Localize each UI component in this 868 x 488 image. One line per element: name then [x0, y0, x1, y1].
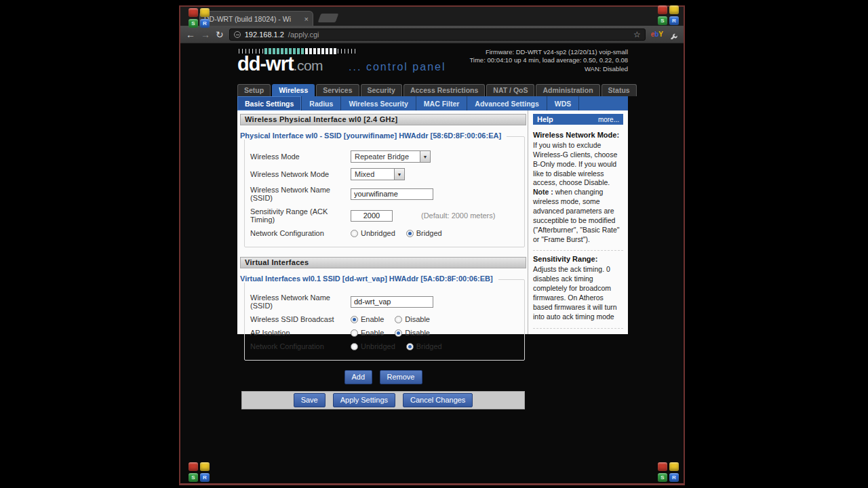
ebay-extension-icon[interactable]: ebY — [651, 30, 663, 38]
watermark-blue-square: R — [669, 16, 679, 25]
network-mode-select[interactable]: Mixed ▼ — [351, 168, 405, 180]
wireless-mode-label: Wireless Mode — [250, 152, 351, 161]
watermark-red-square — [658, 462, 667, 471]
isolation-disable-radio[interactable] — [395, 329, 402, 337]
virtual-interfaces-section-title: Virtual Interfaces — [240, 257, 526, 268]
ack-default-note: (Default: 2000 meters) — [421, 211, 495, 220]
vap-ssid-label: Wireless Network Name (SSID) — [250, 293, 351, 310]
watermark-green-square: S — [658, 16, 667, 25]
browser-tab[interactable]: DD-WRT (build 18024) - Wi × — [199, 11, 313, 26]
wireless-subtabs: Basic Settings Radius Wireless Security … — [237, 96, 628, 110]
subtab-mac-filter[interactable]: MAC Filter — [416, 96, 468, 110]
network-mode-label: Wireless Network Mode — [250, 170, 351, 178]
help-topic-1-body: If you wish to exclude Wireless-G client… — [533, 141, 623, 244]
subtab-advanced-settings[interactable]: Advanced Settings — [467, 96, 547, 110]
unbridged-radio[interactable] — [351, 230, 358, 237]
isolation-enable-radio[interactable] — [351, 329, 358, 337]
ssid-input[interactable] — [351, 188, 433, 200]
remove-button[interactable]: Remove — [380, 370, 422, 384]
vap-unbridged-radio[interactable] — [351, 343, 358, 350]
chevron-down-icon: ▼ — [420, 151, 430, 162]
browser-tabstrip: DD-WRT (build 18024) - Wi × — [180, 7, 684, 26]
watermark-green-square: S — [189, 19, 198, 28]
tab-setup[interactable]: Setup — [237, 84, 271, 96]
system-info: Firmware: DD-WRT v24-sp2 (12/20/11) voip… — [469, 48, 628, 73]
add-button[interactable]: Add — [344, 370, 373, 384]
watermark-badge-bottom-right: S R — [658, 462, 680, 483]
virtual-interfaces-group: Virtual Interfaces wl0.1 SSID [dd-wrt_va… — [244, 279, 525, 361]
vap-network-config-label: Network Configuration — [250, 342, 351, 350]
tab-status[interactable]: Status — [601, 84, 637, 96]
watermark-blue-square: R — [200, 19, 210, 28]
watermark-badge-bottom-left: S R — [189, 462, 211, 483]
bookmark-star-icon[interactable]: ☆ — [633, 30, 641, 39]
broadcast-disable-radio[interactable] — [395, 316, 402, 323]
back-icon[interactable]: ← — [186, 30, 195, 39]
time-info: Time: 00:04:10 up 4 min, load average: 0… — [469, 56, 628, 64]
browser-window: DD-WRT (build 18024) - Wi × ← → ↻ 192.16… — [179, 5, 685, 485]
help-more-link[interactable]: more... — [598, 116, 619, 123]
watermark-badge-top-left: S R — [189, 8, 211, 28]
firmware-info: Firmware: DD-WRT v24-sp2 (12/20/11) voip… — [469, 48, 628, 56]
subtab-radius[interactable]: Radius — [302, 96, 341, 110]
browser-toolbar: ← → ↻ 192.168.1.2/apply.cgi ☆ ebY — [180, 26, 684, 43]
watermark-red-square — [189, 8, 198, 17]
subtab-wireless-security[interactable]: Wireless Security — [341, 96, 416, 110]
help-topic-2-title: Sensitivity Range: — [533, 255, 623, 263]
physical-interface-group: Physical Interface wl0 - SSID [yourwifin… — [244, 136, 525, 247]
watermark-red-square — [189, 462, 198, 471]
watermark-green-square: S — [189, 473, 198, 482]
watermark-red-square — [658, 5, 667, 14]
new-tab-button[interactable] — [318, 14, 339, 22]
forward-icon[interactable]: → — [201, 30, 210, 39]
page-viewport: dd-wrt.com ... control panel Firmware: D… — [180, 43, 684, 483]
help-topic-2-body: Adjusts the ack timing. 0 disables ack t… — [533, 265, 623, 321]
chevron-down-icon: ▼ — [394, 169, 404, 180]
wireless-mode-select[interactable]: Repeater Bridge ▼ — [351, 150, 431, 163]
site-info-icon[interactable] — [234, 31, 241, 38]
bridged-radio[interactable] — [406, 230, 414, 237]
action-bar: Save Apply Settings Cancel Changes — [241, 391, 525, 409]
tab-services[interactable]: Services — [316, 84, 359, 96]
ddwrt-logo-tld: .com — [294, 58, 323, 74]
help-title: Help — [537, 115, 553, 123]
help-sidebar: Help more... Wireless Network Mode: If y… — [528, 110, 628, 334]
ddwrt-panel: dd-wrt.com ... control panel Firmware: D… — [237, 47, 628, 334]
vap-bridged-radio[interactable] — [406, 343, 414, 350]
physical-interface-section-title: Wireless Physical Interface wl0 [2.4 GHz… — [240, 114, 526, 125]
subtab-wds[interactable]: WDS — [547, 96, 580, 110]
watermark-yellow-square — [200, 8, 210, 17]
tab-access-restrictions[interactable]: Access Restrictions — [403, 84, 485, 96]
subtab-basic-settings[interactable]: Basic Settings — [237, 96, 302, 110]
help-divider — [533, 328, 623, 329]
cancel-changes-button[interactable]: Cancel Changes — [403, 393, 473, 407]
control-panel-tagline: ... control panel — [349, 61, 446, 73]
tab-security[interactable]: Security — [361, 84, 402, 96]
watermark-yellow-square — [200, 462, 210, 471]
ap-isolation-label: AP Isolation — [250, 329, 351, 337]
tab-title: DD-WRT (build 18024) - Wi — [204, 15, 300, 23]
apply-settings-button[interactable]: Apply Settings — [333, 393, 395, 407]
ack-timing-label: Sensitivity Range (ACK Timing) — [250, 207, 351, 224]
tab-close-icon[interactable]: × — [304, 15, 309, 23]
broadcast-enable-radio[interactable] — [351, 316, 358, 323]
ack-timing-input[interactable] — [351, 210, 393, 222]
watermark-badge-top-right: S R — [658, 5, 680, 26]
address-bar[interactable]: 192.168.1.2/apply.cgi ☆ — [229, 28, 646, 41]
watermark-blue-square: R — [669, 473, 679, 482]
virtual-interfaces-legend: Virtual Interfaces wl0.1 SSID [dd-wrt_va… — [240, 274, 498, 283]
tab-nat-qos[interactable]: NAT / QoS — [486, 84, 534, 96]
wan-status: WAN: Disabled — [469, 65, 628, 73]
network-config-label: Network Configuration — [250, 229, 351, 237]
reload-icon[interactable]: ↻ — [216, 30, 224, 39]
save-button[interactable]: Save — [294, 393, 326, 407]
wrench-menu-icon[interactable] — [669, 30, 678, 39]
url-path: /apply.cgi — [288, 30, 319, 39]
help-topic-1-title: Wireless Network Mode: — [533, 131, 623, 139]
tab-administration[interactable]: Administration — [536, 84, 599, 96]
physical-interface-legend: Physical Interface wl0 - SSID [yourwifin… — [240, 131, 507, 140]
tab-wireless[interactable]: Wireless — [272, 84, 315, 96]
settings-form: Wireless Physical Interface wl0 [2.4 GHz… — [237, 110, 528, 334]
vap-ssid-input[interactable] — [351, 296, 433, 308]
watermark-yellow-square — [669, 462, 679, 471]
